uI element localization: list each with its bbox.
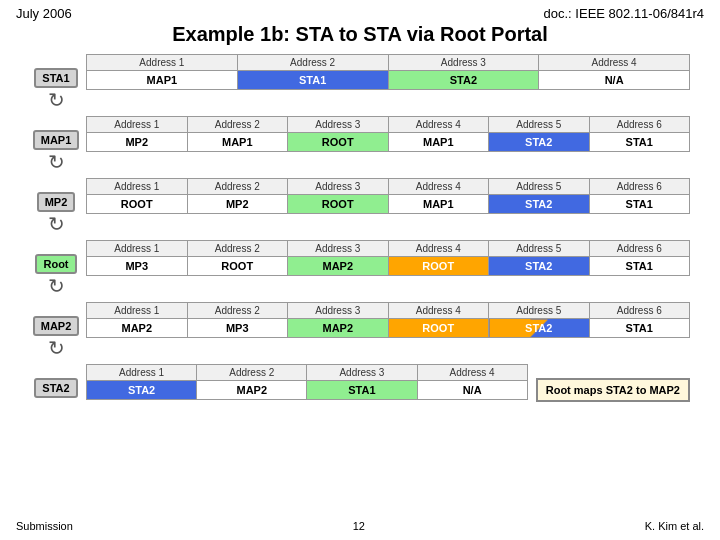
sta-box-0: STA1 [34,68,77,88]
sta-label-4: MAP2↻ [30,316,82,358]
cell-2-2: ROOT [288,195,389,214]
col-header: Address 5 [489,117,590,133]
footer-bar: Submission 12 K. Kim et al. [0,516,720,536]
table-container-1: Address 1Address 2Address 3Address 4Addr… [86,116,690,152]
cell-4-2: MAP2 [288,319,389,338]
cell-3-1: ROOT [187,257,288,276]
cell-1-2: ROOT [288,133,389,152]
col-header: Address 1 [87,117,188,133]
col-header: Address 3 [288,179,389,195]
cell-5-1: MAP2 [197,381,307,400]
cell-1-3: MAP1 [388,133,489,152]
cell-3-0: MP3 [87,257,188,276]
sta-box-1: MAP1 [33,130,80,150]
col-header: Address 2 [187,179,288,195]
col-header: Address 3 [388,55,539,71]
row-group-4: MAP2↻Address 1Address 2Address 3Address … [30,302,690,358]
sta-label-5: STA2 [30,378,82,398]
col-header: Address 4 [388,117,489,133]
col-header: Address 3 [288,241,389,257]
col-header: Address 1 [87,179,188,195]
table-container-3: Address 1Address 2Address 3Address 4Addr… [86,240,690,276]
cell-1-4: STA2 [489,133,590,152]
col-header: Address 4 [388,303,489,319]
sta-label-1: MAP1↻ [30,130,82,172]
row-group-5: STA2Address 1Address 2Address 3Address 4… [30,364,690,402]
col-header: Address 2 [197,365,307,381]
sta-arrow-0: ↻ [48,90,65,110]
cell-3-4: STA2 [489,257,590,276]
col-header: Address 1 [87,303,188,319]
cell-2-0: ROOT [87,195,188,214]
cell-1-5: STA1 [589,133,690,152]
addr-table-4: Address 1Address 2Address 3Address 4Addr… [86,302,690,338]
header-right: doc.: IEEE 802.11-06/841r4 [544,6,704,21]
row-group-1: MAP1↻Address 1Address 2Address 3Address … [30,116,690,172]
sta-arrow-4: ↻ [48,338,65,358]
cell-2-1: MP2 [187,195,288,214]
row-group-0: STA1↻Address 1Address 2Address 3Address … [30,54,690,110]
addr-table-1: Address 1Address 2Address 3Address 4Addr… [86,116,690,152]
cell-0-3: N/A [539,71,690,90]
col-header: Address 6 [589,241,690,257]
sta-box-2: MP2 [37,192,76,212]
cell-3-5: STA1 [589,257,690,276]
addr-table-5: Address 1Address 2Address 3Address 4STA2… [86,364,528,400]
col-header: Address 3 [307,365,417,381]
sta-arrow-3: ↻ [48,276,65,296]
cell-5-3: N/A [417,381,527,400]
sta-arrow-1: ↻ [48,152,65,172]
col-header: Address 4 [539,55,690,71]
content-area: STA1↻Address 1Address 2Address 3Address … [0,54,720,402]
cell-4-4: STA2 [489,319,590,338]
col-header: Address 4 [388,241,489,257]
row-group-3: Root↻Address 1Address 2Address 3Address … [30,240,690,296]
cell-3-3: ROOT [388,257,489,276]
col-header: Address 3 [288,303,389,319]
col-header: Address 5 [489,241,590,257]
cell-2-5: STA1 [589,195,690,214]
cell-0-2: STA2 [388,71,539,90]
note-box-5: Root maps STA2 to MAP2 [536,378,690,402]
cell-5-0: STA2 [87,381,197,400]
sta-box-4: MAP2 [33,316,80,336]
col-header: Address 2 [187,117,288,133]
cell-5-2: STA1 [307,381,417,400]
addr-table-3: Address 1Address 2Address 3Address 4Addr… [86,240,690,276]
sta-arrow-2: ↻ [48,214,65,234]
footer-right: K. Kim et al. [645,520,704,532]
table-container-0: Address 1Address 2Address 3Address 4MAP1… [86,54,690,90]
col-header: Address 2 [187,241,288,257]
col-header: Address 3 [288,117,389,133]
col-header: Address 4 [388,179,489,195]
main-title: Example 1b: STA to STA via Root Portal [0,23,720,46]
cell-3-2: MAP2 [288,257,389,276]
cell-4-0: MAP2 [87,319,188,338]
sta-box-3: Root [35,254,76,274]
header-left: July 2006 [16,6,72,21]
cell-4-5: STA1 [589,319,690,338]
col-header: Address 6 [589,179,690,195]
col-header: Address 1 [87,55,238,71]
sta-label-3: Root↻ [30,254,82,296]
col-header: Address 4 [417,365,527,381]
row-group-2: MP2↻Address 1Address 2Address 3Address 4… [30,178,690,234]
col-header: Address 5 [489,303,590,319]
sta-label-0: STA1↻ [30,68,82,110]
sta-label-2: MP2↻ [30,192,82,234]
cell-4-3: ROOT [388,319,489,338]
col-header: Address 2 [187,303,288,319]
sta-box-5: STA2 [34,378,77,398]
cell-0-0: MAP1 [87,71,238,90]
col-header: Address 1 [87,365,197,381]
cell-1-0: MP2 [87,133,188,152]
table-container-2: Address 1Address 2Address 3Address 4Addr… [86,178,690,214]
footer-left: Submission [16,520,73,532]
cell-2-3: MAP1 [388,195,489,214]
col-header: Address 6 [589,303,690,319]
footer-center: 12 [353,520,365,532]
addr-table-0: Address 1Address 2Address 3Address 4MAP1… [86,54,690,90]
col-header: Address 5 [489,179,590,195]
table-container-5: Address 1Address 2Address 3Address 4STA2… [86,364,528,400]
cell-4-1: MP3 [187,319,288,338]
